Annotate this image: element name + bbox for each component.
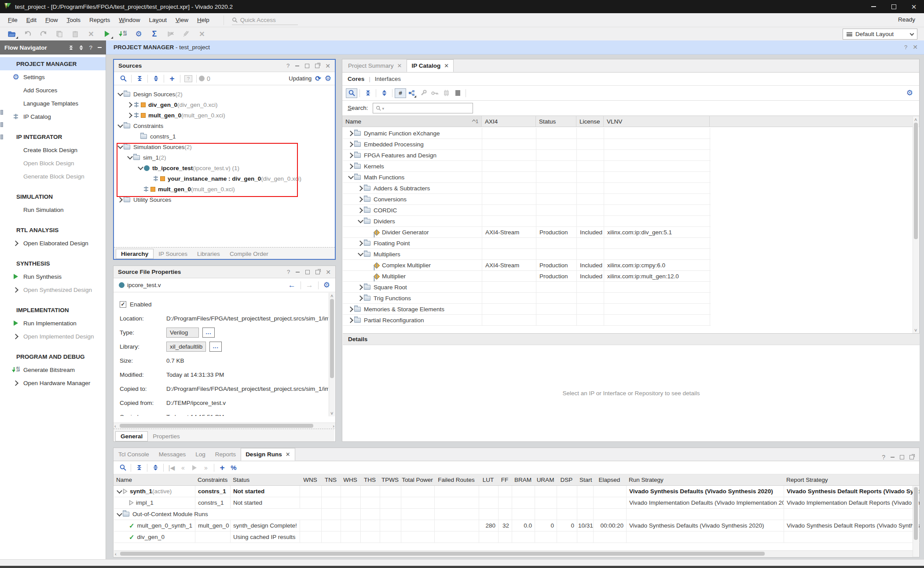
flow-nav-item[interactable]: ⚙ 0110 IP INTEGRATOR (0, 130, 106, 143)
vertical-scrollbar[interactable]: ˄ ˅ (913, 117, 919, 333)
run-button[interactable] (99, 29, 114, 39)
sources-tab[interactable]: Compile Order (225, 249, 273, 259)
maximize-panel-icon[interactable] (900, 455, 904, 459)
maximize-panel-icon[interactable] (305, 270, 310, 274)
vertical-scrollbar[interactable] (913, 486, 919, 557)
tree-chevron-icon[interactable] (357, 185, 364, 192)
add-repository-icon[interactable] (406, 88, 418, 98)
help-icon[interactable]: ? (882, 454, 885, 461)
tree-chevron-icon[interactable] (357, 251, 364, 258)
ip-tree-row[interactable]: Complex Multiplier AXI4-Stream Productio… (343, 260, 711, 271)
sources-tab[interactable]: Libraries (192, 249, 225, 259)
maximize-icon[interactable] (884, 0, 904, 13)
menu-item[interactable]: Flow (41, 13, 62, 27)
column-header-license[interactable]: License (576, 116, 604, 127)
flow-nav-item[interactable]: ⚙ 0110 IMPLEMENTATION (0, 303, 106, 317)
tree-row[interactable]: tb_ipcore_test (ipcore_test.v) (1) (114, 163, 335, 173)
col-tpws[interactable]: TPWS (380, 474, 401, 485)
collapse-all-icon[interactable] (362, 88, 374, 98)
col-ths[interactable]: THS (360, 474, 380, 485)
sfp-tab[interactable]: General (115, 431, 148, 441)
flow-nav-item[interactable]: ⚙ 0110 Open Elaborated Design (0, 237, 106, 250)
expand-all-icon[interactable] (150, 463, 161, 473)
flow-nav-item[interactable]: ⚙ 0110 RTL ANALYSIS (0, 223, 106, 237)
type-browse-button[interactable]: ... (202, 328, 215, 338)
menu-item[interactable]: Help (193, 13, 214, 27)
ip-search-input[interactable]: ▾ (373, 103, 473, 113)
tree-chevron-icon[interactable] (137, 164, 144, 171)
ip-tree-row[interactable]: Partial Reconfiguration (343, 315, 711, 326)
column-header-name[interactable]: Name 1 (342, 116, 482, 127)
close-icon[interactable]: ✕ (904, 0, 924, 13)
gear-icon[interactable]: ⚙ (906, 89, 913, 97)
tree-row[interactable]: your_instance_name : div_gen_0 (div_gen_… (114, 173, 335, 184)
flow-nav-item[interactable]: ⚙ 0110 Open Block Design (0, 157, 106, 170)
tree-chevron-icon[interactable] (117, 122, 124, 129)
sources-tab[interactable]: IP Sources (154, 249, 192, 259)
sources-panel-header[interactable]: Sources ? ✕ (114, 60, 335, 72)
console-tab[interactable]: Tcl Console ✕ (114, 448, 154, 461)
flow-nav-item[interactable]: ⚙ 0110 Run Simulation (0, 203, 106, 216)
edit-disabled-button[interactable] (179, 29, 194, 39)
ip-tree-row[interactable]: CORDIC (343, 205, 711, 216)
ip-tree-row[interactable]: Floating Point (343, 238, 711, 249)
close-panel-icon[interactable]: ✕ (326, 269, 331, 275)
quick-access-search[interactable]: Quick Access (232, 15, 298, 25)
flow-nav-item[interactable]: ⚙ 0110 Language Templates (0, 97, 106, 110)
col-whs[interactable]: WHS (341, 474, 360, 485)
col-report-strategy[interactable]: Report Strategy (784, 474, 919, 485)
gear-icon[interactable]: ⚙ (323, 281, 330, 289)
flow-nav-item[interactable]: ⚙ 0110 Add Sources (0, 84, 106, 97)
tree-row[interactable]: div_gen_0 (div_gen_0.xci) (114, 99, 335, 110)
undo-button[interactable] (20, 29, 35, 39)
cancel-button[interactable]: ✕ (194, 29, 209, 39)
refresh-icon[interactable]: ⟳ (315, 74, 321, 83)
minimize-panel-icon[interactable] (98, 47, 102, 48)
menu-item[interactable]: File (4, 13, 22, 27)
tree-chevron-icon[interactable] (347, 141, 354, 148)
close-tab-icon[interactable]: ✕ (444, 62, 449, 69)
menu-item[interactable]: Tools (62, 13, 85, 27)
float-panel-icon[interactable] (315, 64, 319, 68)
tree-chevron-icon[interactable] (117, 143, 124, 150)
float-panel-icon[interactable] (315, 270, 320, 274)
search-icon[interactable] (117, 463, 128, 473)
ip-tree-row[interactable]: Kernels (343, 161, 711, 172)
expand-all-icon[interactable] (150, 74, 161, 84)
col-name[interactable]: Name (114, 474, 195, 485)
paste-button[interactable] (68, 29, 83, 39)
add-sources-button[interactable]: + (166, 74, 178, 84)
col-tns[interactable]: TNS (321, 474, 341, 485)
minimize-icon[interactable] (863, 0, 884, 13)
tree-row[interactable]: mult_gen_0 (mult_gen_0.xci) (114, 110, 335, 120)
col-status[interactable]: Status (230, 474, 300, 485)
report-sigma-button[interactable]: Σ (147, 29, 162, 39)
console-tab[interactable]: Log ✕ (191, 448, 210, 461)
create-run-button[interactable]: + (216, 463, 228, 473)
enabled-checkbox[interactable]: ✓ (120, 301, 126, 308)
ip-tree-row[interactable]: Multiplier Production Included xilinx.co… (343, 271, 711, 282)
expand-all-icon[interactable] (378, 88, 390, 98)
tree-chevron-icon[interactable] (357, 207, 364, 214)
flow-nav-item[interactable]: ⚙ 0110 PROJECT MANAGER (0, 57, 106, 70)
flow-nav-item[interactable]: ⚙ 0110 Create Block Design (0, 143, 106, 157)
flow-nav-item[interactable]: ⚙ 0110 Settings (0, 70, 106, 84)
tree-chevron-icon[interactable] (357, 295, 364, 302)
tree-chevron-icon[interactable] (357, 240, 364, 247)
ip-tree-row[interactable]: Embedded Processing (343, 139, 711, 150)
horizontal-scrollbar[interactable]: ‹ (114, 550, 913, 557)
col-uram[interactable]: URAM (535, 474, 557, 485)
flow-nav-item[interactable]: ⚙ 0110 PROGRAM AND DEBUG (0, 350, 106, 363)
ip-tree-row[interactable]: Dynamic Function eXchange (343, 128, 711, 139)
editor-tab[interactable]: Project Summary ✕ (343, 59, 407, 72)
col-constraints[interactable]: Constraints (195, 474, 230, 485)
col-total-power[interactable]: Total Power (401, 474, 434, 485)
flow-nav-item[interactable]: ⚙ 0110 Open Implemented Design (0, 330, 106, 343)
help-icon[interactable]: ? (904, 44, 907, 51)
tree-chevron-icon[interactable] (116, 488, 123, 495)
ip-tree-row[interactable]: Multipliers (343, 249, 711, 260)
ip-tree-row[interactable]: Math Functions (343, 172, 711, 183)
tree-chevron-icon[interactable] (117, 91, 124, 98)
tree-row[interactable]: Constraints (114, 120, 335, 131)
tree-chevron-icon[interactable] (347, 130, 354, 137)
